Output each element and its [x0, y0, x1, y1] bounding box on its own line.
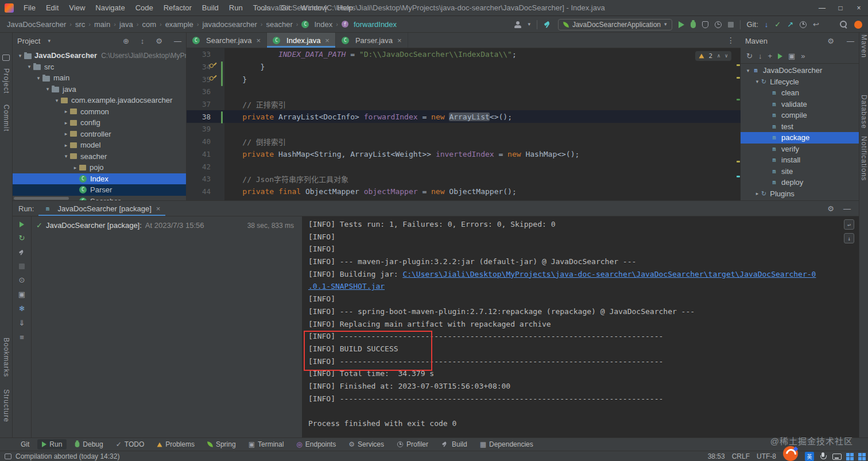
options-menu-icon[interactable]: ≡: [20, 334, 24, 341]
tree-chevron-icon[interactable]: ▸: [62, 131, 70, 137]
toolwindow-button-git[interactable]: Git: [16, 439, 34, 450]
close-button[interactable]: ×: [850, 0, 868, 16]
code-line-33[interactable]: 33 INDEX_DATA_PATH = "D:\\JavaDocSearche…: [187, 48, 741, 61]
project-stripe-icon[interactable]: [2, 55, 10, 61]
menu-tools[interactable]: Tools: [248, 0, 276, 16]
project-tree-item-pojo[interactable]: ▸pojo: [13, 162, 186, 173]
maven-tree-item-clean[interactable]: mclean: [741, 87, 859, 99]
rollback-icon[interactable]: ↩: [813, 21, 819, 28]
tree-chevron-icon[interactable]: ▾: [753, 79, 761, 84]
tree-chevron-icon[interactable]: ▸: [62, 109, 70, 114]
maven-tree-item-validate[interactable]: mvalidate: [741, 99, 859, 110]
breadcrumb-javadocsearcher[interactable]: javadocsearcher: [202, 20, 257, 29]
apps-tray-icon[interactable]: [846, 453, 854, 460]
error-stripe-mark[interactable]: [737, 64, 740, 66]
maven-tree-item-Plugins[interactable]: ▸↻Plugins: [741, 188, 859, 200]
hide-panel-icon[interactable]: —: [174, 37, 181, 45]
error-stripe-mark[interactable]: [737, 99, 740, 100]
breadcrumb-JavaDocSearcher[interactable]: JavaDocSearcher: [7, 20, 66, 29]
run-maven-goal-icon[interactable]: [778, 53, 782, 59]
maximize-button[interactable]: □: [831, 0, 850, 16]
status-message-area[interactable]: Compilation aborted (today 14:32): [0, 452, 119, 460]
menu-file[interactable]: File: [18, 0, 41, 16]
toolwindow-button-endpoints[interactable]: ◎Endpoints: [292, 439, 340, 450]
next-warning-chevron-icon[interactable]: ∨: [725, 53, 728, 59]
stripe-notifications[interactable]: Notifications: [860, 136, 868, 181]
rerun-icon[interactable]: [20, 222, 24, 227]
stripe-maven[interactable]: Maven: [860, 34, 868, 58]
project-tree-item-model[interactable]: ▸model: [13, 140, 186, 151]
stripe-project[interactable]: Project: [2, 68, 10, 94]
close-tab-icon[interactable]: ×: [156, 204, 161, 213]
maven-tree-item-verify[interactable]: mverify: [741, 144, 859, 155]
breadcrumb-com[interactable]: com: [142, 20, 156, 29]
tree-chevron-icon[interactable]: ▸: [62, 142, 70, 148]
vcs-change-bar[interactable]: [221, 111, 223, 123]
update-project-icon[interactable]: ↓: [765, 21, 769, 28]
project-tree-item-seacher[interactable]: ▾seacher: [13, 151, 186, 162]
tree-chevron-icon[interactable]: ▾: [25, 64, 33, 69]
close-tab-icon[interactable]: ×: [397, 36, 402, 45]
coverage-button[interactable]: [702, 21, 708, 28]
tab-Index.java[interactable]: CIndex.java×: [267, 33, 336, 48]
settings-gear-icon[interactable]: ⚙: [827, 205, 834, 212]
project-tree-item-common[interactable]: ▸common: [13, 106, 186, 118]
breadcrumb-java[interactable]: java: [119, 20, 133, 29]
user-icon[interactable]: [514, 21, 521, 28]
plugin-icon[interactable]: [854, 21, 862, 29]
toolwindow-toggle-icon[interactable]: [5, 454, 11, 459]
maven-tree-item-compile[interactable]: mcompile: [741, 110, 859, 121]
stop-icon[interactable]: [19, 264, 25, 269]
breadcrumb-Index[interactable]: CIndex: [301, 20, 332, 29]
soft-wrap-button[interactable]: ↩: [844, 219, 854, 230]
inspections-widget[interactable]: 2 ∧ ∨: [695, 51, 731, 61]
breadcrumb-main[interactable]: main: [94, 20, 110, 29]
project-tree-item-Index[interactable]: CIndex: [13, 173, 186, 185]
project-tree-item-java[interactable]: ▾java: [13, 84, 186, 95]
close-tab-icon[interactable]: ×: [257, 36, 261, 45]
code-line-42[interactable]: 42: [187, 160, 741, 173]
prev-warning-chevron-icon[interactable]: ∧: [717, 53, 720, 59]
toolwindow-button-debug[interactable]: Debug: [70, 439, 107, 450]
tab-Searcher.java[interactable]: CSearcher.java×: [187, 33, 267, 48]
project-tree-item-controller[interactable]: ▸controller: [13, 129, 186, 140]
settings-gear-icon[interactable]: ⚙: [156, 37, 162, 45]
push-icon[interactable]: ↗: [787, 21, 793, 28]
maven-terminal-icon[interactable]: ▣: [788, 52, 795, 60]
code-line-35[interactable]: 35 }: [187, 73, 741, 86]
project-tree-item-Parser[interactable]: CParser: [13, 184, 186, 196]
maven-tree-item-JavaDocSearcher[interactable]: ▾mJavaDocSearcher: [741, 65, 859, 76]
file-encoding[interactable]: UTF-8: [757, 452, 776, 460]
code-line-34[interactable]: 34 }: [187, 61, 741, 73]
toolwindow-button-profiler[interactable]: Profiler: [392, 439, 433, 450]
project-panel-title[interactable]: Project: [17, 37, 40, 45]
history-icon[interactable]: [800, 21, 807, 28]
stripe-bookmarks[interactable]: Bookmarks: [2, 338, 10, 377]
chevron-down-icon[interactable]: ▾: [48, 38, 51, 44]
breadcrumb-forwardIndex[interactable]: fforwardIndex: [342, 20, 397, 29]
tab-options-icon[interactable]: ⋮: [721, 36, 741, 44]
tree-chevron-icon[interactable]: ▾: [16, 53, 24, 59]
search-everywhere-icon[interactable]: [840, 21, 848, 29]
keyboard-tray-icon[interactable]: [832, 454, 842, 460]
vcs-change-bar[interactable]: [221, 61, 223, 86]
menu-window[interactable]: Window: [296, 0, 332, 16]
run-button[interactable]: [679, 21, 684, 28]
menu-navigate[interactable]: Navigate: [90, 0, 130, 16]
breadcrumb-example[interactable]: example: [165, 20, 193, 29]
stop-button[interactable]: [728, 22, 734, 28]
tree-chevron-icon[interactable]: ▾: [34, 75, 42, 81]
maven-tree-item-Lifecycle[interactable]: ▾↻Lifecycle: [741, 76, 859, 88]
code-line-36[interactable]: 36: [187, 86, 741, 98]
toolwindow-button-todo[interactable]: ✓TODO: [111, 439, 149, 450]
menu-build[interactable]: Build: [197, 0, 224, 16]
toolwindow-button-services[interactable]: ⚙Services: [344, 439, 389, 450]
project-tree-item-config[interactable]: ▸config: [13, 117, 186, 129]
tree-chevron-icon[interactable]: ▸: [62, 120, 70, 126]
filter-passed-icon[interactable]: ⊙: [19, 276, 25, 284]
error-stripe-mark[interactable]: [737, 77, 740, 79]
toolwindow-button-terminal[interactable]: ▣Terminal: [244, 439, 289, 450]
toolwindow-button-spring[interactable]: Spring: [203, 439, 241, 450]
maven-tree-item-site[interactable]: msite: [741, 166, 859, 177]
toolwindow-button-build[interactable]: Build: [436, 439, 472, 450]
